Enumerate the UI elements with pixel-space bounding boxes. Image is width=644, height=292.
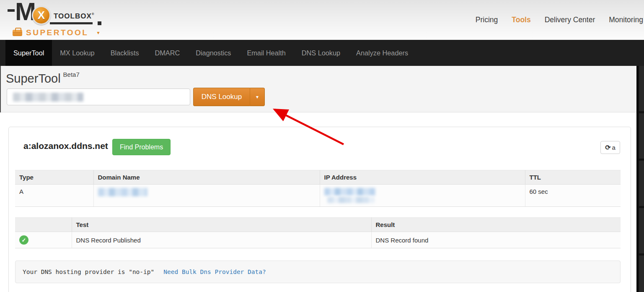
- tab-email-health[interactable]: Email Health: [239, 40, 293, 66]
- chevron-down-icon: ▾: [256, 94, 259, 100]
- domain-input[interactable]: [7, 89, 190, 105]
- bulk-dns-provider-link[interactable]: Need Bulk Dns Provider Data?: [163, 269, 266, 275]
- redacted-query-value: [13, 93, 83, 102]
- top-nav-monitoring[interactable]: Monitoring: [609, 16, 643, 24]
- registered-mark: ®: [92, 12, 95, 16]
- test-status-cell: ✓: [15, 232, 72, 248]
- col-test: Test: [72, 218, 371, 232]
- col-domain-name: Domain Name: [93, 170, 320, 185]
- right-side-panel-edge: [636, 66, 644, 292]
- refresh-button[interactable]: ⟳ a: [600, 141, 620, 154]
- find-problems-button[interactable]: Find Problems: [112, 139, 171, 155]
- tool-nav: SuperTool MX Lookup Blacklists DMARC Dia…: [0, 40, 644, 66]
- redacted-domain-link[interactable]: [98, 188, 147, 196]
- records-header-row: Type Domain Name IP Address TTL: [15, 170, 621, 185]
- tests-table: Test Result ✓ DNS Record Published DNS R…: [15, 217, 621, 248]
- supertool-selector[interactable]: SUPERTOOL ▾: [13, 28, 99, 37]
- lookup-dropdown-toggle[interactable]: ▾: [250, 88, 265, 106]
- record-ip-cell: [320, 185, 525, 207]
- top-nav: Pricing Tools Delivery Center Monitoring: [476, 0, 643, 40]
- refresh-record-type: a: [612, 144, 616, 151]
- beta-tag: Beta7: [63, 71, 80, 78]
- tab-supertool[interactable]: SuperTool: [5, 40, 52, 66]
- tab-analyze-headers[interactable]: Analyze Headers: [348, 40, 416, 66]
- tab-mx-lookup[interactable]: MX Lookup: [52, 40, 102, 66]
- dns-records-table: Type Domain Name IP Address TTL A 6: [15, 170, 621, 207]
- tab-dmarc[interactable]: DMARC: [147, 40, 188, 66]
- tests-header-row: Test Result: [15, 218, 621, 232]
- search-section: SuperToolBeta7 DNS Lookup ▾: [0, 66, 644, 112]
- refresh-icon: ⟳: [605, 144, 610, 151]
- col-status: [15, 218, 72, 232]
- record-ttl-cell: 60 sec: [525, 185, 621, 207]
- toolbox-word: TOOLBOX: [54, 12, 92, 20]
- record-type-cell: A: [15, 185, 93, 207]
- right-side-panel-segments: [639, 66, 644, 292]
- mxtoolbox-logo-mark: M X TOOLBOX®: [8, 2, 95, 26]
- table-row: ✓ DNS Record Published DNS Record found: [15, 232, 621, 248]
- check-pass-icon: ✓: [19, 235, 28, 245]
- table-row: A 60 sec: [15, 185, 621, 207]
- col-ip-address: IP Address: [320, 170, 525, 185]
- x-badge-icon: X: [32, 6, 51, 25]
- provider-note-text: Your DNS hosting provider is "no-ip": [23, 269, 154, 275]
- logo-toolbox-text: TOOLBOX®: [54, 12, 95, 21]
- lookup-button-group: DNS Lookup ▾: [193, 88, 265, 106]
- dns-lookup-button[interactable]: DNS Lookup: [193, 88, 250, 106]
- logo-underline-nub: [98, 21, 101, 25]
- top-nav-tools[interactable]: Tools: [512, 16, 530, 24]
- page: M X TOOLBOX® SUPERTOOL ▾ Pricing Tools D…: [0, 0, 644, 292]
- left-edge-line: [0, 66, 1, 112]
- page-title: SuperToolBeta7: [6, 71, 80, 86]
- logo-underline-bar: [50, 22, 93, 24]
- test-name-cell: DNS Record Published: [72, 232, 371, 248]
- supertool-label: SUPERTOOL: [26, 28, 88, 37]
- top-nav-delivery-center[interactable]: Delivery Center: [545, 16, 595, 24]
- col-ttl: TTL: [525, 170, 621, 185]
- tab-blacklists[interactable]: Blacklists: [103, 40, 147, 66]
- record-domain-cell: [93, 185, 320, 207]
- tab-dns-lookup[interactable]: DNS Lookup: [294, 40, 348, 66]
- redacted-ip-line2: [327, 197, 374, 203]
- result-card: a:alozanox.ddns.net Find Problems ⟳ a Ty…: [8, 127, 631, 292]
- page-title-text: SuperTool: [6, 72, 61, 85]
- test-result-cell: DNS Record found: [371, 232, 621, 248]
- mxtoolbox-logo[interactable]: M X TOOLBOX® SUPERTOOL ▾: [8, 2, 95, 26]
- site-header: M X TOOLBOX® SUPERTOOL ▾ Pricing Tools D…: [0, 0, 644, 40]
- chevron-down-icon: ▾: [97, 30, 99, 36]
- toolbox-icon: [13, 30, 22, 36]
- top-nav-pricing[interactable]: Pricing: [476, 16, 498, 24]
- query-heading: a:alozanox.ddns.net: [23, 141, 108, 151]
- redacted-ip-line1: [324, 188, 375, 196]
- col-result: Result: [371, 218, 621, 232]
- logo-dash: [8, 9, 15, 12]
- provider-note: Your DNS hosting provider is "no-ip" Nee…: [15, 261, 621, 283]
- logo-m-letter: M: [15, 2, 35, 21]
- tab-diagnostics[interactable]: Diagnostics: [188, 40, 239, 66]
- col-type: Type: [15, 170, 93, 185]
